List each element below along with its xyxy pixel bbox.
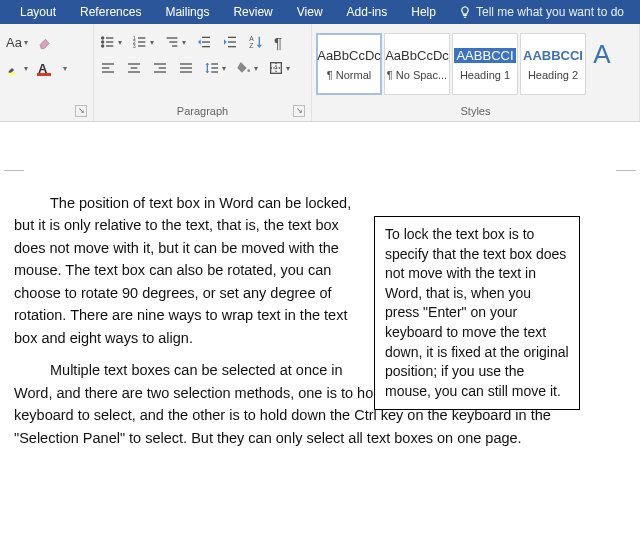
lightbulb-icon bbox=[458, 5, 472, 19]
svg-rect-0 bbox=[8, 73, 16, 75]
font-dialog-launcher[interactable]: ↘ bbox=[75, 105, 87, 117]
styles-group: AaBbCcDc ¶ Normal AaBbCcDc ¶ No Spac... … bbox=[312, 24, 640, 121]
borders-icon bbox=[268, 60, 284, 76]
style-more-indicator: A bbox=[588, 33, 616, 95]
numbering-button[interactable]: 123▾ bbox=[130, 31, 156, 53]
sort-icon: AZ bbox=[248, 34, 264, 50]
style-heading-2[interactable]: AABBCCI Heading 2 bbox=[520, 33, 586, 95]
svg-text:A: A bbox=[249, 35, 254, 42]
tab-help[interactable]: Help bbox=[399, 0, 448, 24]
borders-button[interactable]: ▾ bbox=[266, 57, 292, 79]
clear-formatting-button[interactable] bbox=[36, 31, 56, 53]
change-case-button[interactable]: Aa▾ bbox=[4, 31, 30, 53]
svg-text:3: 3 bbox=[133, 43, 136, 49]
ribbon-tab-bar: Layout References Mailings Review View A… bbox=[0, 0, 640, 24]
svg-point-5 bbox=[102, 45, 104, 47]
indent-icon bbox=[222, 34, 238, 50]
justify-icon bbox=[178, 60, 194, 76]
text-highlight-button[interactable]: ▾ bbox=[4, 57, 30, 79]
decrease-indent-button[interactable] bbox=[194, 31, 214, 53]
paint-bucket-icon bbox=[236, 60, 252, 76]
svg-point-1 bbox=[102, 37, 104, 39]
style-normal[interactable]: AaBbCcDc ¶ Normal bbox=[316, 33, 382, 95]
multilevel-list-button[interactable]: ▾ bbox=[162, 31, 188, 53]
page-corner-left bbox=[4, 170, 24, 190]
tab-mailings[interactable]: Mailings bbox=[153, 0, 221, 24]
justify-button[interactable] bbox=[176, 57, 196, 79]
pilcrow-icon: ¶ bbox=[274, 34, 282, 51]
line-spacing-icon bbox=[204, 60, 220, 76]
text-box-content[interactable]: To lock the text box is to specify that … bbox=[385, 226, 569, 399]
eraser-icon bbox=[38, 34, 54, 50]
tab-review[interactable]: Review bbox=[221, 0, 284, 24]
font-group: Aa▾ ▾ A ▾ ↘ bbox=[0, 24, 94, 121]
page-corner-right bbox=[616, 170, 636, 190]
numbering-icon: 123 bbox=[132, 34, 148, 50]
align-center-icon bbox=[126, 60, 142, 76]
multilevel-icon bbox=[164, 34, 180, 50]
paragraph-group-label: Paragraph ↘ bbox=[98, 103, 307, 121]
highlighter-icon bbox=[6, 60, 22, 76]
align-left-button[interactable] bbox=[98, 57, 118, 79]
tab-references[interactable]: References bbox=[68, 0, 153, 24]
paragraph-dialog-launcher[interactable]: ↘ bbox=[293, 105, 305, 117]
styles-group-label: Styles bbox=[316, 103, 635, 121]
ribbon: Aa▾ ▾ A ▾ ↘ bbox=[0, 24, 640, 122]
sort-button[interactable]: AZ bbox=[246, 31, 266, 53]
tell-me-search[interactable]: Tell me what you want to do bbox=[448, 5, 624, 19]
svg-text:Z: Z bbox=[249, 42, 253, 49]
tab-addins[interactable]: Add-ins bbox=[335, 0, 400, 24]
bullets-icon bbox=[100, 34, 116, 50]
style-heading-1[interactable]: AABBCCI Heading 1 bbox=[452, 33, 518, 95]
align-right-button[interactable] bbox=[150, 57, 170, 79]
line-spacing-button[interactable]: ▾ bbox=[202, 57, 228, 79]
align-right-icon bbox=[152, 60, 168, 76]
paragraph-group: ▾ 123▾ ▾ AZ ¶ bbox=[94, 24, 312, 121]
svg-point-39 bbox=[247, 69, 250, 72]
font-color-button[interactable]: A ▾ bbox=[36, 57, 69, 79]
tab-view[interactable]: View bbox=[285, 0, 335, 24]
align-center-button[interactable] bbox=[124, 57, 144, 79]
bullets-button[interactable]: ▾ bbox=[98, 31, 124, 53]
svg-point-3 bbox=[102, 41, 104, 43]
floating-text-box[interactable]: To lock the text box is to specify that … bbox=[374, 216, 580, 410]
document-area[interactable]: The position of text box in Word can be … bbox=[0, 122, 640, 540]
tell-me-label: Tell me what you want to do bbox=[476, 5, 624, 19]
increase-indent-button[interactable] bbox=[220, 31, 240, 53]
styles-gallery[interactable]: AaBbCcDc ¶ Normal AaBbCcDc ¶ No Spac... … bbox=[316, 31, 635, 95]
outdent-icon bbox=[196, 34, 212, 50]
tab-layout[interactable]: Layout bbox=[8, 0, 68, 24]
show-hide-marks-button[interactable]: ¶ bbox=[272, 31, 284, 53]
align-left-icon bbox=[100, 60, 116, 76]
font-group-label: ↘ bbox=[4, 103, 89, 121]
shading-button[interactable]: ▾ bbox=[234, 57, 260, 79]
style-no-spacing[interactable]: AaBbCcDc ¶ No Spac... bbox=[384, 33, 450, 95]
